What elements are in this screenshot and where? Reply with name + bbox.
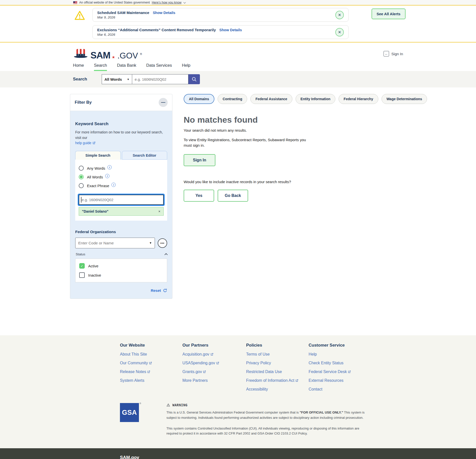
uncle-sam-hat-icon: [73, 48, 88, 59]
nav-item-home[interactable]: Home: [73, 63, 84, 71]
footer-link-columns: Our WebsiteAbout This SiteOur CommunityR…: [120, 343, 406, 392]
domain-pill-row: All DomainsContractingFederal Assistance…: [184, 94, 427, 104]
refresh-icon[interactable]: [163, 288, 167, 293]
logo-registered-mark: ®: [140, 52, 142, 55]
nav-item-data-bank[interactable]: Data Bank: [117, 63, 136, 71]
checkbox-label: Active: [88, 264, 98, 268]
alerts-section: Scheduled SAM MaintenanceShow DetailsMar…: [0, 5, 476, 42]
close-icon: ✕: [338, 30, 341, 34]
footer-link-about-this-site[interactable]: About This Site: [120, 352, 182, 357]
filter-panel: Filter By — Keyword Search For more info…: [70, 94, 172, 299]
inactive-records-question: Would you like to include inactive recor…: [184, 180, 427, 184]
footer-link-terms-of-use[interactable]: Terms of Use: [246, 352, 309, 357]
footer-link-more-partners[interactable]: More Partners: [182, 378, 246, 383]
info-icon[interactable]: i: [107, 165, 112, 169]
footer-link-system-alerts[interactable]: System Alerts: [120, 378, 182, 383]
go-back-button[interactable]: Go Back: [218, 190, 248, 202]
minus-icon: —: [161, 100, 165, 105]
nav-item-data-services[interactable]: Data Services: [146, 63, 172, 71]
search-type-value: All Words: [104, 77, 122, 81]
radio-button-icon: [79, 174, 84, 179]
keyword-info-text: For more information on how to use our k…: [75, 130, 163, 140]
search-label: Search: [73, 77, 102, 82]
tag-remove-button[interactable]: ×: [158, 209, 160, 213]
domain-pill-federal-hierarchy[interactable]: Federal Hierarchy: [339, 94, 378, 104]
footer-link-privacy-policy[interactable]: Privacy Policy: [246, 361, 309, 365]
footer-link-external-resources[interactable]: External Resources: [309, 378, 406, 383]
nav-item-help[interactable]: Help: [182, 63, 190, 71]
domain-pill-contracting[interactable]: Contracting: [218, 94, 247, 104]
help-guide-link[interactable]: help guide: [75, 141, 95, 145]
footer-link-acquisition-gov[interactable]: Acquisition.gov: [182, 352, 246, 357]
gsa-registered-mark: ®: [139, 402, 141, 405]
alert-date: Mar 9, 2026: [97, 15, 175, 19]
footer-link-help[interactable]: Help: [309, 352, 406, 357]
federal-orgs-input[interactable]: [75, 238, 155, 248]
top-search-input[interactable]: [132, 74, 188, 84]
footer-link-release-notes[interactable]: Release Notes: [120, 370, 182, 374]
search-icon: [191, 76, 197, 82]
domain-pill-all-domains[interactable]: All Domains: [184, 94, 214, 104]
radio-exact-phrase[interactable]: Exact Phrasei: [79, 183, 164, 188]
footer-link-contact[interactable]: Contact: [309, 387, 406, 392]
keyword-input[interactable]: [79, 195, 164, 205]
us-flag-icon: [73, 1, 77, 4]
sign-in-button[interactable]: Sign In: [184, 154, 215, 166]
footer-link-our-community[interactable]: Our Community: [120, 361, 182, 365]
info-icon[interactable]: i: [105, 174, 109, 178]
radio-any-words[interactable]: Any Wordsi: [79, 166, 164, 171]
footer-link-check-entity-status[interactable]: Check Entity Status: [309, 361, 406, 365]
domain-pill-federal-assistance[interactable]: Federal Assistance: [250, 94, 292, 104]
checkbox-active[interactable]: ✓Active: [79, 263, 163, 269]
header-sign-in[interactable]: ← Sign In: [384, 51, 403, 56]
gsa-logo-text: GSA: [120, 403, 139, 422]
external-link-icon: [203, 370, 206, 373]
radio-label: All Words: [87, 175, 103, 179]
dropdown-caret-icon[interactable]: ▼: [149, 241, 152, 244]
chevron-up-icon[interactable]: [164, 253, 168, 256]
footer-link-restricted-data-use[interactable]: Restricted Data Use: [246, 370, 309, 374]
alert-close-button[interactable]: ✕: [335, 28, 344, 36]
footer-link-grants-gov[interactable]: Grants.gov: [182, 370, 246, 374]
warning-triangle-icon: [74, 10, 85, 21]
search-type-dropdown[interactable]: All Words ▼: [102, 74, 132, 84]
search-submit-button[interactable]: [188, 74, 200, 84]
status-options: ✓ActiveInactive: [75, 259, 167, 282]
alert-show-details-link[interactable]: Show Details: [219, 28, 242, 32]
footer-link-freedom-of-information-act[interactable]: Freedom of Information Act: [246, 378, 309, 383]
footer-link-federal-service-desk[interactable]: Federal Service Desk: [309, 370, 406, 374]
no-matches-title: No matches found: [184, 115, 427, 125]
radio-button-icon: [79, 166, 84, 171]
nav-item-search[interactable]: Search: [94, 63, 107, 71]
alert-text: Exclusions “Additional Comments” Content…: [97, 28, 242, 36]
filter-collapse-button[interactable]: —: [159, 98, 168, 107]
alert-text: Scheduled SAM MaintenanceShow DetailsMar…: [97, 10, 175, 19]
footer-samgov-title: SAM.gov: [120, 455, 406, 459]
identifier-footer: SAM.gov An official website of the U.S. …: [0, 448, 476, 459]
external-link-icon: [216, 362, 219, 365]
radio-all-words[interactable]: All Wordsi: [79, 174, 164, 179]
domain-pill-wage-determinations[interactable]: Wage Determinations: [382, 94, 427, 104]
alert-close-button[interactable]: ✕: [335, 11, 344, 19]
radio-label: Exact Phrase: [87, 184, 109, 188]
samgov-logo[interactable]: SAM ★ .GOV ®: [73, 48, 142, 59]
tab-simple-search[interactable]: Simple Search: [75, 151, 121, 160]
footer-column-heading: Policies: [246, 343, 309, 348]
reset-link[interactable]: Reset: [151, 288, 161, 293]
alert-show-details-link[interactable]: Show Details: [153, 11, 175, 15]
external-link-icon: [92, 141, 95, 144]
gov-banner-how-link[interactable]: Here’s how you know: [152, 1, 182, 4]
results-area: All DomainsContractingFederal Assistance…: [184, 94, 427, 202]
tab-search-editor[interactable]: Search Editor: [122, 151, 167, 160]
search-band: Search All Words ▼: [0, 71, 476, 87]
domain-pill-entity-information[interactable]: Entity Information: [296, 94, 336, 104]
see-all-alerts-button[interactable]: See All Alerts: [372, 8, 406, 19]
federal-orgs-more-button[interactable]: •••: [158, 238, 167, 248]
footer-link-accessibility[interactable]: Accessibility: [246, 387, 309, 392]
external-link-icon: [295, 379, 298, 382]
footer-link-usaspending-gov[interactable]: USASpending.gov: [182, 361, 246, 365]
site-header: SAM ★ .GOV ® ← Sign In: [0, 42, 476, 61]
checkbox-inactive[interactable]: Inactive: [79, 272, 163, 278]
info-icon[interactable]: i: [111, 183, 116, 187]
yes-button[interactable]: Yes: [184, 190, 214, 202]
